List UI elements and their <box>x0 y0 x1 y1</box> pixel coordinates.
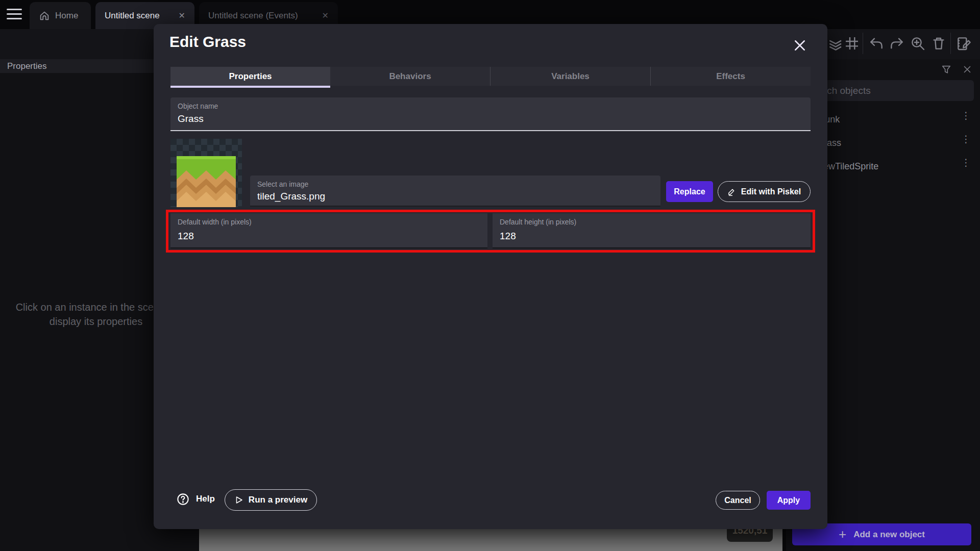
edit-scene-properties-icon[interactable] <box>955 35 972 52</box>
default-height-value: 128 <box>500 231 516 242</box>
layers-icon[interactable] <box>827 35 843 52</box>
tab-home-label: Home <box>55 11 78 21</box>
toolbar-separator <box>863 33 863 54</box>
select-image-value: tiled_Grass.png <box>257 191 325 202</box>
redo-icon[interactable] <box>889 35 905 52</box>
tab-properties[interactable]: Properties <box>170 67 330 86</box>
tab-scene-close-icon[interactable]: ✕ <box>179 11 185 20</box>
undo-icon[interactable] <box>868 35 885 52</box>
home-icon <box>39 10 50 21</box>
select-image-field[interactable]: Select an image tiled_Grass.png <box>250 176 660 207</box>
replace-button[interactable]: Replace <box>666 181 713 202</box>
tab-behaviors[interactable]: Behaviors <box>330 67 490 86</box>
toolbar-separator <box>950 33 951 54</box>
edit-with-piskel-button[interactable]: Edit with Piskel <box>718 181 811 202</box>
grass-sprite-image <box>177 156 236 207</box>
tab-scene-label: Untitled scene <box>105 11 160 21</box>
tab-home[interactable]: Home <box>30 2 91 29</box>
cancel-button[interactable]: Cancel <box>716 491 760 510</box>
dialog-title: Edit Grass <box>169 33 246 51</box>
sprite-thumbnail[interactable] <box>170 139 242 207</box>
default-height-field[interactable]: Default height (in pixels) 128 <box>493 213 811 248</box>
select-image-label: Select an image <box>257 180 308 188</box>
play-icon <box>234 495 243 505</box>
apply-button[interactable]: Apply <box>767 491 811 510</box>
filter-icon[interactable] <box>941 64 952 75</box>
zoom-in-icon[interactable] <box>910 35 926 52</box>
run-preview-button[interactable]: Run a preview <box>225 489 317 511</box>
object-name-field[interactable]: Object name Grass <box>170 97 811 131</box>
object-menu-icon[interactable]: ⋮ <box>961 114 971 118</box>
tab-events-close-icon[interactable]: ✕ <box>322 11 329 20</box>
gdevelop-window: Home Untitled scene ✕ Untitled scene (Ev… <box>0 0 980 551</box>
tab-variables[interactable]: Variables <box>490 67 650 86</box>
properties-panel-title: Properties <box>7 61 46 71</box>
objects-panel-close-icon[interactable] <box>962 64 973 75</box>
scene-canvas[interactable] <box>199 529 782 551</box>
object-name-value: Grass <box>178 113 204 124</box>
object-menu-icon[interactable]: ⋮ <box>961 137 971 141</box>
help-button[interactable]: Help <box>176 490 215 508</box>
main-menu-icon[interactable] <box>7 9 22 20</box>
trash-icon[interactable] <box>930 35 947 52</box>
dialog-tabs: Properties Behaviors Variables Effects <box>170 67 811 86</box>
help-icon <box>176 492 190 506</box>
active-tab-indicator <box>170 86 330 88</box>
grid-icon[interactable] <box>844 35 860 52</box>
tab-effects[interactable]: Effects <box>650 67 811 86</box>
default-width-value: 128 <box>178 231 194 242</box>
default-height-label: Default height (in pixels) <box>500 218 576 226</box>
edit-object-dialog: Edit Grass Properties Behaviors Variable… <box>154 24 827 529</box>
object-name-label: Object name <box>178 102 218 110</box>
object-menu-icon[interactable]: ⋮ <box>961 161 971 165</box>
default-width-label: Default width (in pixels) <box>178 218 252 226</box>
pencil-icon <box>727 187 736 196</box>
tab-events-label: Untitled scene (Events) <box>208 11 298 21</box>
dialog-close-icon[interactable] <box>792 38 807 53</box>
add-new-object-label: Add a new object <box>853 530 925 540</box>
plus-icon: + <box>839 527 846 542</box>
default-width-field[interactable]: Default width (in pixels) 128 <box>170 213 487 248</box>
